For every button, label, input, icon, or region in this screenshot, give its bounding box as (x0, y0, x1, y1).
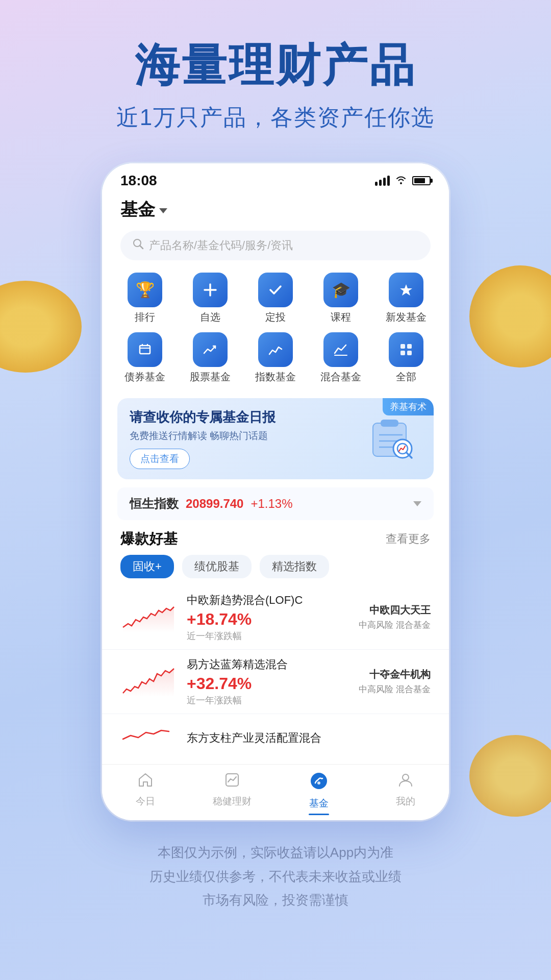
nav-today-icon (137, 772, 154, 792)
all-icon (389, 332, 423, 367)
svg-point-23 (311, 773, 327, 789)
icon-grid: 🏆 排行 自选 定投 🎓 课程 (102, 268, 449, 393)
nav-item-steady[interactable]: 稳健理财 (207, 772, 258, 815)
courses-icon: 🎓 (323, 273, 358, 307)
fund-info-3: 东方支柱产业灵活配置混合 (187, 730, 431, 748)
tab-index[interactable]: 精选指数 (260, 555, 329, 578)
svg-rect-13 (407, 351, 412, 355)
nav-fund-icon (310, 772, 328, 794)
index-icon (258, 332, 293, 367)
fund-badge-area-2: 十夺金牛机构 中高风险 混合基金 (359, 668, 431, 695)
wifi-icon (395, 174, 407, 187)
battery-icon (412, 176, 431, 185)
ranking-label: 排行 (135, 310, 155, 324)
icon-item-index[interactable]: 指数基金 (250, 332, 301, 384)
disclaimer: 本图仅为示例，实际收益请以App内为准 历史业绩仅供参考，不代表未来收益或业绩 … (109, 820, 442, 943)
index-info: 恒生指数 20899.740 +1.13% (130, 496, 293, 512)
fund-tabs: 固收+ 绩优股基 精选指数 (102, 555, 449, 585)
index-label: 指数基金 (255, 370, 296, 384)
fund-name-3: 东方支柱产业灵活配置混合 (187, 730, 431, 746)
phone-frame: 18:08 (102, 163, 449, 820)
status-icons (375, 174, 431, 187)
svg-point-25 (403, 774, 409, 780)
banner-desc: 免费推送行情解读 畅聊热门话题 (130, 429, 276, 443)
fund-chart-3 (120, 721, 177, 757)
icon-item-stock[interactable]: 股票基金 (185, 332, 236, 384)
stock-label: 股票基金 (190, 370, 231, 384)
ranking-icon: 🏆 (128, 273, 162, 307)
nav-item-today[interactable]: 今日 (120, 772, 171, 815)
fund-info-2: 易方达蓝筹精选混合 +32.74% 近一年涨跌幅 (187, 657, 353, 706)
nav-active-indicator (309, 814, 329, 815)
fund-badge-area-1: 中欧四大天王 中高风险 混合基金 (359, 603, 431, 631)
icon-item-ranking[interactable]: 🏆 排行 (119, 273, 170, 324)
fund-item-1[interactable]: 中欧新趋势混合(LOF)C +18.74% 近一年涨跌幅 中欧四大天王 中高风险… (102, 585, 449, 650)
icon-item-all[interactable]: 全部 (381, 332, 432, 384)
icon-item-new-funds[interactable]: 新发基金 (381, 273, 432, 324)
fund-period-1: 近一年涨跌幅 (187, 630, 353, 642)
search-bar[interactable]: 产品名称/基金代码/服务/资讯 (120, 231, 431, 260)
fund-chart-1 (120, 599, 177, 635)
fund-info-1: 中欧新趋势混合(LOF)C +18.74% 近一年涨跌幅 (187, 593, 353, 642)
nav-steady-icon (224, 772, 240, 792)
fund-risk-1: 中高风险 混合基金 (359, 619, 431, 631)
banner-left: 请查收你的专属基金日报 免费推送行情解读 畅聊热门话题 点击查看 (130, 408, 276, 469)
disclaimer-line3: 市场有风险，投资需谨慎 (149, 888, 402, 912)
index-chevron-icon (413, 501, 421, 506)
icon-item-courses[interactable]: 🎓 课程 (315, 273, 366, 324)
banner-illustration (360, 415, 421, 461)
stock-icon (193, 332, 228, 367)
svg-rect-15 (381, 420, 398, 427)
search-icon (133, 238, 144, 253)
index-change: +1.13% (251, 497, 292, 511)
index-name: 恒生指数 (130, 496, 179, 512)
fund-period-2: 近一年涨跌幅 (187, 694, 353, 706)
index-bar[interactable]: 恒生指数 20899.740 +1.13% (117, 487, 434, 520)
bg-decoration-right (469, 265, 551, 368)
nav-steady-label: 稳健理财 (213, 795, 252, 808)
svg-rect-11 (407, 344, 412, 349)
tab-fixed-income[interactable]: 固收+ (120, 555, 174, 578)
section-title: 爆款好基 (120, 529, 178, 549)
banner-card[interactable]: 养基有术 请查收你的专属基金日报 免费推送行情解读 畅聊热门话题 点击查看 (117, 398, 434, 479)
fund-name-2: 易方达蓝筹精选混合 (187, 657, 353, 672)
fund-return-1: +18.74% (187, 610, 353, 629)
icon-item-bond[interactable]: 债券基金 (119, 332, 170, 384)
svg-point-24 (317, 781, 320, 785)
icon-row-2: 债券基金 股票基金 指数基金 (112, 328, 439, 388)
nav-item-mine[interactable]: 我的 (380, 772, 431, 815)
fund-item-3[interactable]: 东方支柱产业灵活配置混合 (102, 714, 449, 764)
section-more[interactable]: 查看更多 (386, 531, 431, 547)
hero-section: 海量理财产品 近1万只产品，各类资产任你选 (0, 0, 551, 153)
icon-item-scheduled[interactable]: 定投 (250, 273, 301, 324)
bottom-nav: 今日 稳健理财 基金 (102, 764, 449, 820)
all-label: 全部 (396, 370, 416, 384)
scheduled-icon (258, 273, 293, 307)
fund-risk-2: 中高风险 混合基金 (359, 683, 431, 695)
watchlist-label: 自选 (200, 310, 220, 324)
new-funds-label: 新发基金 (386, 310, 427, 324)
nav-mine-label: 我的 (396, 795, 415, 808)
icon-item-mixed[interactable]: 混合基金 (315, 332, 366, 384)
fund-item-2[interactable]: 易方达蓝筹精选混合 +32.74% 近一年涨跌幅 十夺金牛机构 中高风险 混合基… (102, 650, 449, 714)
disclaimer-line2: 历史业绩仅供参考，不代表未来收益或业绩 (149, 865, 402, 889)
app-header: 基金 (102, 193, 449, 229)
search-placeholder-text: 产品名称/基金代码/服务/资讯 (149, 238, 293, 253)
icon-item-watchlist[interactable]: 自选 (185, 273, 236, 324)
bg-decoration-right2 (469, 735, 551, 817)
svg-rect-10 (400, 344, 405, 349)
disclaimer-line1: 本图仅为示例，实际收益请以App内为准 (149, 841, 402, 865)
nav-item-fund[interactable]: 基金 (293, 772, 344, 815)
courses-label: 课程 (331, 310, 351, 324)
chevron-down-icon[interactable] (159, 208, 167, 213)
fund-chart-2 (120, 664, 177, 699)
nav-mine-icon (397, 772, 414, 792)
phone-wrapper: 18:08 (102, 163, 449, 820)
tab-equity[interactable]: 绩优股基 (182, 555, 252, 578)
index-value: 20899.740 (186, 497, 243, 511)
nav-fund-label: 基金 (309, 797, 329, 810)
banner-button[interactable]: 点击查看 (130, 449, 190, 469)
svg-marker-4 (400, 284, 412, 296)
new-funds-icon (389, 273, 423, 307)
bg-decoration-left (0, 281, 82, 373)
